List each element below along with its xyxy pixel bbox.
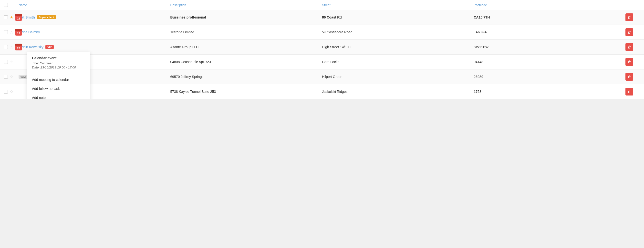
popup-title: Calendar event xyxy=(32,56,85,60)
row-checkbox[interactable] xyxy=(4,45,8,49)
postcode-cell: 1758 xyxy=(474,90,626,94)
star-icon[interactable]: ★ xyxy=(10,15,13,20)
popup-add-meeting[interactable]: Add meeting to calendar xyxy=(32,75,85,84)
row-controls: ☆ 23 xyxy=(4,44,18,50)
header-check-cell xyxy=(4,3,18,7)
row-checkbox[interactable] xyxy=(4,15,8,19)
row-controls: ☆ xyxy=(4,60,18,64)
calendar-icon[interactable]: 23 xyxy=(15,29,22,36)
vip-badge: VIP xyxy=(46,45,54,49)
name-cell: Martin Kowalsky VIP xyxy=(18,45,170,49)
description-cell: Bussines proffesional xyxy=(170,15,322,19)
table-row: ☆ tag2 tag3 69570 Jeffrey Springs Hilper… xyxy=(0,69,644,84)
table-row: ★ 22 Mat Smith Super client Bussines pro… xyxy=(0,10,644,25)
contacts-table: Name Description Street Postcode ★ 22 Ma… xyxy=(0,0,644,99)
description-cell: 04808 Ceasar Isle Apt. 651 xyxy=(170,60,322,64)
header-street[interactable]: Street xyxy=(322,3,474,7)
delete-button[interactable]: 🗑 xyxy=(626,13,633,21)
star-icon[interactable]: ☆ xyxy=(10,89,13,94)
street-cell: High Street 14/100 xyxy=(322,45,474,49)
table-row: ☆ 23 Marta Daimny Testoria Limited 54 Ca… xyxy=(0,25,644,40)
row-controls: ☆ 23 xyxy=(4,29,18,36)
row-checkbox[interactable] xyxy=(4,60,8,64)
popup-add-followup[interactable]: Add follow up task xyxy=(32,84,85,93)
popup-add-note[interactable]: Add note xyxy=(32,93,85,99)
postcode-cell: 94148 xyxy=(474,60,626,64)
contact-name-link[interactable]: Martin Kowalsky xyxy=(18,45,44,49)
street-cell: 54 Castledore Road xyxy=(322,30,474,34)
tag-item: tag2 xyxy=(18,75,28,79)
star-icon[interactable]: ☆ xyxy=(10,45,13,49)
street-cell: Dare Locks xyxy=(322,60,474,64)
delete-button[interactable]: 🗑 xyxy=(626,28,633,36)
header-description[interactable]: Description xyxy=(170,3,322,7)
street-cell: Hilpert Green xyxy=(322,75,474,79)
name-cell: Marta Daimny xyxy=(18,30,170,34)
super-client-badge: Super client xyxy=(37,15,56,19)
delete-button[interactable]: 🗑 xyxy=(626,88,633,96)
popup-divider xyxy=(32,72,85,72)
header-postcode[interactable]: Postcode xyxy=(474,3,626,7)
header-name[interactable]: Name xyxy=(18,3,170,7)
street-cell: 86 Coast Rd xyxy=(322,15,474,19)
popup-event-date: Date: 23/10/2019 16:00 - 17:00 xyxy=(32,66,85,69)
table-row: ☆ 5738 Kaylee Tunnel Suite 253 Jaskolski… xyxy=(0,84,644,99)
description-cell: Testoria Limited xyxy=(170,30,322,34)
delete-button[interactable]: 🗑 xyxy=(626,43,633,51)
table-row: ☆ 23 Martin Kowalsky VIP Asante Group LL… xyxy=(0,40,644,55)
description-cell: Asante Group LLC xyxy=(170,45,322,49)
delete-button[interactable]: 🗑 xyxy=(626,73,633,81)
calendar-date: 22 xyxy=(17,17,20,21)
calendar-icon[interactable]: 23 xyxy=(15,44,22,50)
row-controls: ☆ xyxy=(4,89,18,94)
description-cell: 5738 Kaylee Tunnel Suite 253 xyxy=(170,90,322,94)
table-header: Name Description Street Postcode xyxy=(0,0,644,10)
postcode-cell: 26989 xyxy=(474,75,626,79)
row-checkbox[interactable] xyxy=(4,90,8,94)
row-checkbox[interactable] xyxy=(4,75,8,79)
delete-button[interactable]: 🗑 xyxy=(626,58,633,66)
star-icon[interactable]: ☆ xyxy=(10,60,13,64)
calendar-date: 23 xyxy=(17,32,20,36)
calendar-event-popup: Calendar event Title: Car clean Date: 23… xyxy=(27,52,90,99)
popup-event-title: Title: Car clean xyxy=(32,61,85,65)
row-checkbox[interactable] xyxy=(4,30,8,34)
postcode-cell: LA6 9FA xyxy=(474,30,626,34)
description-cell: 69570 Jeffrey Springs xyxy=(170,75,322,79)
calendar-date: 23 xyxy=(17,47,20,50)
row-controls: ★ 22 xyxy=(4,14,18,21)
row-controls: ☆ xyxy=(4,75,18,79)
star-icon[interactable]: ☆ xyxy=(10,30,13,35)
calendar-icon[interactable]: 22 xyxy=(15,14,22,21)
postcode-cell: CA10 7TH xyxy=(474,15,626,19)
postcode-cell: SW11BW xyxy=(474,45,626,49)
name-cell: Mat Smith Super client xyxy=(18,15,170,19)
select-all-checkbox[interactable] xyxy=(4,3,8,7)
street-cell: Jaskolski Ridges xyxy=(322,90,474,94)
table-row: ☆ 04808 Ceasar Isle Apt. 651 Dare Locks … xyxy=(0,55,644,69)
star-icon[interactable]: ☆ xyxy=(10,75,13,79)
